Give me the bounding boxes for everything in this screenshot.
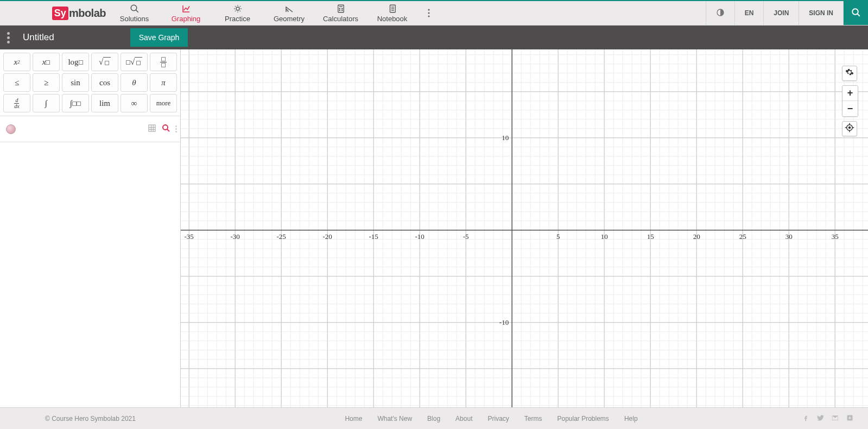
lang-button[interactable]: EN <box>734 1 764 25</box>
graph-area[interactable]: -35-30-25-20-15-10-55101520253035-1010 +… <box>181 49 868 429</box>
nav-label: Graphing <box>172 15 200 23</box>
signin-button[interactable]: SIGN IN <box>799 1 843 25</box>
kp-cos[interactable]: cos <box>91 73 118 92</box>
kp-theta[interactable]: θ <box>121 73 148 92</box>
kp-lim[interactable]: lim <box>91 94 118 112</box>
theme-toggle[interactable] <box>706 1 734 25</box>
svg-text:10: 10 <box>502 134 509 142</box>
svg-line-10 <box>239 6 240 7</box>
zoom-out-button[interactable]: − <box>842 101 858 116</box>
kp-sin[interactable]: sin <box>62 73 89 92</box>
footer-links: Home What's New Blog About Privacy Terms… <box>181 415 802 422</box>
svg-line-8 <box>239 10 240 11</box>
nav-notebook[interactable]: Notebook <box>366 1 418 25</box>
kp-sqrt[interactable]: √ <box>91 53 118 71</box>
copyright: © Course Hero Symbolab 2021 <box>0 415 181 422</box>
svg-point-13 <box>339 8 340 9</box>
nav-more[interactable] <box>418 1 440 25</box>
kp-fraction[interactable] <box>150 53 177 71</box>
nav-label: Calculators <box>323 15 358 23</box>
zoom-in-button[interactable]: + <box>842 86 858 101</box>
table-icon[interactable] <box>147 123 157 135</box>
left-panel: x2 x log √ √ ≤ ≥ sin cos θ π ddx ∫ ∫ lim… <box>0 49 181 429</box>
kp-more[interactable]: more <box>150 94 177 112</box>
kp-ge[interactable]: ≥ <box>33 73 60 92</box>
share-icon[interactable] <box>846 414 854 424</box>
calculator-icon <box>336 4 346 14</box>
logo[interactable]: Sy mbolab <box>52 7 106 20</box>
graph-title: Untitled <box>23 32 54 43</box>
footer-whatsnew[interactable]: What's New <box>377 415 412 422</box>
svg-rect-11 <box>338 5 344 12</box>
contrast-icon <box>716 8 725 18</box>
join-button[interactable]: JOIN <box>763 1 799 25</box>
nav-label: Geometry <box>274 15 305 23</box>
svg-rect-27 <box>149 125 155 131</box>
expression-menu[interactable] <box>175 125 177 133</box>
mail-icon[interactable] <box>831 414 839 424</box>
kp-le[interactable]: ≤ <box>3 73 30 92</box>
facebook-icon[interactable] <box>802 414 810 424</box>
footer-privacy[interactable]: Privacy <box>487 415 509 422</box>
kp-definite-integral[interactable]: ∫ <box>62 94 89 112</box>
join-label: JOIN <box>774 9 789 17</box>
nav-calculators[interactable]: Calculators <box>315 1 366 25</box>
dots-vertical-icon <box>175 125 177 133</box>
lang-label: EN <box>745 9 754 17</box>
nav: Solutions Graphing Practice Geometry Cal… <box>109 1 440 25</box>
svg-text:-10: -10 <box>415 232 425 241</box>
kp-x-squared[interactable]: x2 <box>3 53 30 71</box>
footer-help[interactable]: Help <box>624 415 638 422</box>
svg-text:5: 5 <box>556 232 560 241</box>
svg-line-26 <box>857 14 860 16</box>
search-button[interactable] <box>843 1 868 25</box>
kp-integral[interactable]: ∫ <box>33 94 60 112</box>
chart-icon <box>181 4 191 14</box>
plus-icon: + <box>847 87 853 99</box>
svg-text:-20: -20 <box>323 232 332 241</box>
search-icon[interactable] <box>161 123 171 135</box>
footer-terms[interactable]: Terms <box>524 415 542 422</box>
graph-menu-button[interactable] <box>0 32 16 43</box>
svg-text:30: 30 <box>785 232 793 241</box>
svg-point-0 <box>131 5 137 11</box>
kp-pi[interactable]: π <box>150 73 177 92</box>
crosshair-icon <box>845 123 854 135</box>
kp-infinity[interactable]: ∞ <box>121 94 148 112</box>
footer-popular[interactable]: Popular Problems <box>557 415 609 422</box>
nav-practice[interactable]: Practice <box>212 1 263 25</box>
nav-label: Notebook <box>377 15 408 23</box>
svg-text:10: 10 <box>601 232 608 241</box>
graph-controls: + − <box>842 66 858 136</box>
search-icon <box>851 8 861 19</box>
kp-log[interactable]: log <box>62 53 89 71</box>
signin-label: SIGN IN <box>809 9 833 17</box>
footer-home[interactable]: Home <box>345 415 362 422</box>
svg-text:-25: -25 <box>277 232 286 241</box>
twitter-icon[interactable] <box>816 414 825 424</box>
recenter-button[interactable] <box>842 121 857 136</box>
nav-solutions[interactable]: Solutions <box>109 1 160 25</box>
svg-point-15 <box>339 10 340 10</box>
svg-point-14 <box>341 8 342 9</box>
expression-color-dot[interactable] <box>0 124 22 134</box>
expression-input[interactable] <box>22 116 147 142</box>
kp-x-power[interactable]: x <box>33 53 60 71</box>
footer-about[interactable]: About <box>455 415 472 422</box>
kp-nthroot[interactable]: √ <box>121 53 148 71</box>
nav-geometry[interactable]: Geometry <box>263 1 315 25</box>
main-header: Sy mbolab Solutions Graphing Practice <box>0 1 868 26</box>
svg-text:35: 35 <box>832 232 839 241</box>
logo-rest: mbolab <box>69 7 106 20</box>
svg-text:-5: -5 <box>463 232 469 241</box>
svg-text:-30: -30 <box>231 232 240 241</box>
svg-text:-10: -10 <box>499 318 509 326</box>
svg-text:-35: -35 <box>185 232 194 241</box>
save-graph-button[interactable]: Save Graph <box>130 28 188 47</box>
nav-label: Solutions <box>120 15 149 23</box>
kp-derivative[interactable]: ddx <box>3 94 30 112</box>
minus-icon: − <box>847 103 853 115</box>
graph-settings-button[interactable] <box>842 66 857 81</box>
nav-graphing[interactable]: Graphing <box>160 1 212 25</box>
footer-blog[interactable]: Blog <box>427 415 440 422</box>
